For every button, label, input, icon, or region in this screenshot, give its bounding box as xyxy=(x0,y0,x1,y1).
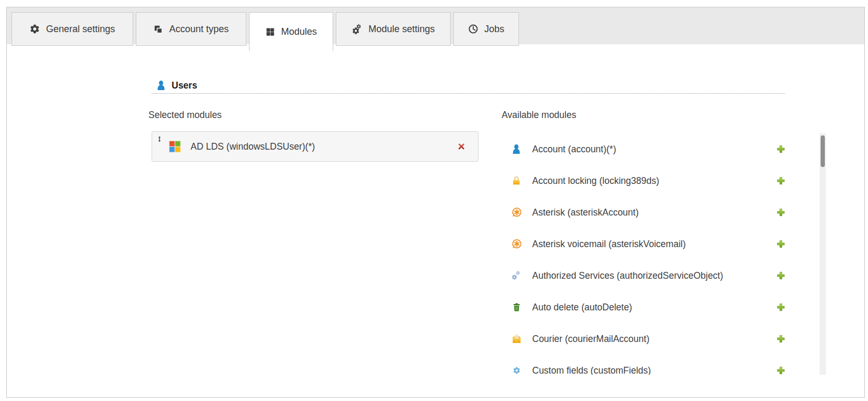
gear-blue-icon xyxy=(510,366,523,375)
clock-icon xyxy=(468,24,478,34)
add-module-button[interactable] xyxy=(776,240,785,249)
gear-icon xyxy=(29,24,40,34)
section-divider xyxy=(152,93,785,94)
mail-icon: @ xyxy=(510,334,523,345)
windows-logo-icon xyxy=(168,140,181,153)
page: { "tabs": [ {"label": "General settings"… xyxy=(0,0,868,401)
available-module-custom-fields-customfields[interactable]: Custom fields (customFields) xyxy=(502,355,826,375)
plus-icon xyxy=(776,303,785,312)
add-module-button[interactable] xyxy=(776,303,785,312)
available-module-asterisk-asteriskaccount[interactable]: Asterisk (asteriskAccount) xyxy=(502,197,826,228)
tab-label: General settings xyxy=(46,24,115,35)
available-module-courier-couriermailaccount[interactable]: @ Courier (courierMailAccount) xyxy=(502,323,826,355)
tab-bar: General settings Account types Modules M… xyxy=(7,7,864,44)
plus-icon xyxy=(776,177,785,185)
available-module-label: Custom fields (customFields) xyxy=(532,365,651,375)
plus-icon xyxy=(776,145,785,154)
add-module-button[interactable] xyxy=(776,208,785,217)
remove-icon xyxy=(456,142,466,152)
available-module-label: Authorized Services (authorizedServiceOb… xyxy=(532,270,723,281)
add-module-button[interactable] xyxy=(776,177,785,185)
available-module-label: Account (account)(*) xyxy=(532,144,616,155)
tab-label: Jobs xyxy=(484,24,504,35)
available-modules-header: Available modules xyxy=(502,110,576,121)
configuration-panel: General settings Account types Modules M… xyxy=(6,7,865,398)
selected-module-row[interactable]: AD LDS (windowsLDSUser)(*) xyxy=(152,131,478,162)
remove-module-button[interactable] xyxy=(456,142,466,152)
drag-handle-icon[interactable] xyxy=(156,135,163,143)
asterisk-icon xyxy=(510,239,523,250)
gears-blue-icon xyxy=(510,270,523,281)
grid-icon xyxy=(265,27,275,37)
users-section-header: Users xyxy=(156,79,197,92)
available-modules-list: Account (account)(*) Account locking (lo… xyxy=(502,133,826,375)
svg-text:@: @ xyxy=(515,335,518,339)
add-module-button[interactable] xyxy=(776,271,785,280)
available-module-account-locking-locking389ds[interactable]: Account locking (locking389ds) xyxy=(502,165,826,197)
tab-account-types[interactable]: Account types xyxy=(136,12,246,46)
add-module-button[interactable] xyxy=(776,335,785,344)
plus-icon xyxy=(776,335,785,344)
selected-modules-header: Selected modules xyxy=(148,110,222,121)
available-module-authorized-services-authorizedserviceobject[interactable]: Authorized Services (authorizedServiceOb… xyxy=(502,260,826,291)
lock-icon xyxy=(510,175,523,187)
asterisk-icon xyxy=(510,207,523,218)
tab-general-settings[interactable]: General settings xyxy=(12,12,133,46)
available-module-account-account[interactable]: Account (account)(*) xyxy=(502,133,826,165)
gears-icon xyxy=(352,24,363,35)
available-module-asterisk-voicemail-asteriskvoicemail[interactable]: Asterisk voicemail (asteriskVoicemail) xyxy=(502,228,826,260)
user-icon xyxy=(510,143,523,155)
trash-icon xyxy=(510,301,523,313)
available-module-label: Asterisk voicemail (asteriskVoicemail) xyxy=(532,239,686,250)
add-module-button[interactable] xyxy=(776,145,785,154)
tab-label: Module settings xyxy=(368,24,435,35)
plus-icon xyxy=(776,208,785,217)
tab-jobs[interactable]: Jobs xyxy=(453,12,519,46)
copy-icon xyxy=(153,24,163,34)
plus-icon xyxy=(776,240,785,249)
tab-label: Modules xyxy=(281,26,317,37)
available-module-label: Courier (courierMailAccount) xyxy=(532,334,650,345)
tab-modules[interactable]: Modules xyxy=(249,12,333,51)
available-module-label: Account locking (locking389ds) xyxy=(532,175,659,187)
user-icon xyxy=(156,79,166,92)
available-module-label: Auto delete (autoDelete) xyxy=(532,302,632,313)
tab-module-settings[interactable]: Module settings xyxy=(336,12,451,46)
plus-icon xyxy=(776,271,785,280)
plus-icon xyxy=(776,366,785,375)
add-module-button[interactable] xyxy=(776,366,785,375)
available-module-auto-delete-autodelete[interactable]: Auto delete (autoDelete) xyxy=(502,291,826,323)
selected-module-label: AD LDS (windowsLDSUser)(*) xyxy=(191,141,315,152)
section-title: Users xyxy=(172,80,197,91)
tab-label: Account types xyxy=(169,24,228,35)
available-module-label: Asterisk (asteriskAccount) xyxy=(532,207,638,218)
selected-modules-list: AD LDS (windowsLDSUser)(*) xyxy=(152,131,478,162)
